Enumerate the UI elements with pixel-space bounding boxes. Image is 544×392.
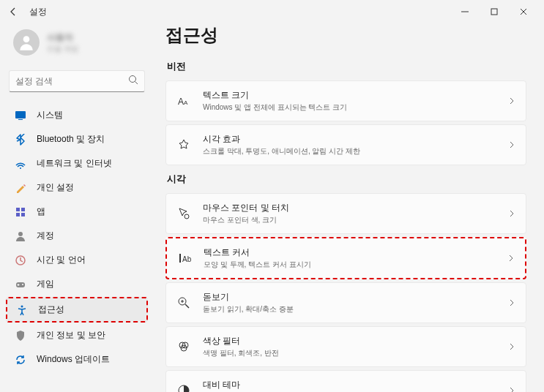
network-icon [15,158,26,170]
nav-item-privacy[interactable]: 개인 정보 및 보안 [6,324,148,347]
nav-label: 접근성 [38,304,64,316]
chevron-right-icon [508,296,515,309]
accounts-icon [15,230,26,242]
maximize-button[interactable] [480,1,509,22]
nav-label: 네트워크 및 인터넷 [37,157,112,170]
system-icon [15,110,26,121]
svg-point-3 [130,76,136,83]
nav-item-bluetooth[interactable]: Bluetooth 및 장치 [6,128,148,151]
svg-rect-5 [15,111,26,118]
time-icon [15,255,26,266]
nav-item-update[interactable]: Windows 업데이트 [6,348,148,371]
page-title: 접근성 [165,23,526,47]
svg-line-23 [185,304,189,308]
privacy-icon [15,330,26,342]
chevron-right-icon [508,138,515,151]
search-icon [128,75,138,88]
setting-title: 텍스트 크기 [203,89,508,102]
setting-title: 대비 테마 [203,379,508,391]
sidebar: 사용자 로컬 계정 시스템Bluetooth 및 장치네트워크 및 인터넷개인 … [0,23,154,392]
nav-item-accounts[interactable]: 계정 [6,225,148,247]
setting-sub: 마우스 포인터 색, 크기 [203,215,508,225]
gaming-icon [15,279,26,290]
nav-item-apps[interactable]: 앱 [6,200,148,223]
nav-label: 게임 [37,278,54,290]
nav-item-time[interactable]: 시간 및 언어 [6,249,148,271]
chevron-right-icon [508,384,515,392]
setting-colorfilter[interactable]: 색상 필터 색맹 필터, 회색조, 반전 [165,326,526,367]
chevron-right-icon [508,94,515,108]
magnifier-icon [176,295,191,310]
accessibility-icon [16,304,28,316]
main-content: 접근성 비전 AA 텍스트 크기 Windows 및 앱 전체에 표시되는 텍스… [154,23,544,392]
nav-item-personalization[interactable]: 개인 설정 [6,176,148,199]
svg-rect-11 [21,213,25,216]
nav-label: 시스템 [37,109,63,121]
svg-point-7 [20,167,21,169]
svg-line-4 [135,82,138,85]
nav-label: 앱 [37,206,45,218]
svg-rect-6 [18,119,23,120]
profile-name: 사용자 [47,31,78,44]
setting-title: 돋보기 [203,291,508,304]
setting-sub: 돋보기 읽기, 확대/축소 증분 [203,304,508,314]
avatar [13,29,40,56]
titlebar: 설정 [0,0,544,23]
profile[interactable]: 사용자 로컬 계정 [6,23,148,61]
setting-mouse[interactable]: 마우스 포인터 및 터치 마우스 포인터 색, 크기 [165,193,526,234]
nav-label: Bluetooth 및 장치 [37,133,105,146]
section-title: 시각 [167,173,526,186]
nav-label: 개인 정보 및 보안 [37,329,105,342]
nav-item-network[interactable]: 네트워크 및 인터넷 [6,152,148,175]
nav-label: 계정 [37,230,54,242]
setting-textsize[interactable]: AA 텍스트 크기 Windows 및 앱 전체에 표시되는 텍스트 크기 [165,80,526,121]
back-button[interactable] [6,4,21,19]
bluetooth-icon [15,134,26,146]
update-icon [15,354,26,366]
svg-rect-9 [21,208,25,211]
minimize-button[interactable] [450,1,480,22]
svg-rect-8 [16,208,20,211]
setting-sub: Windows 및 앱 전체에 표시되는 텍스트 크기 [203,102,508,113]
setting-magnifier[interactable]: 돋보기 돋보기 읽기, 확대/축소 증분 [165,282,526,323]
chevron-right-icon [508,207,515,220]
svg-point-12 [18,232,23,236]
profile-sub: 로컬 계정 [47,44,78,54]
setting-contrast[interactable]: 대비 테마 저시력, 빛 민감성을 위한 색 테마 [165,370,526,392]
setting-visualeffects[interactable]: 시각 효과 스크롤 막대, 투명도, 애니메이션, 알림 시간 제한 [165,124,526,165]
setting-title: 시각 효과 [203,133,508,146]
textcursor-icon: Ab [177,251,192,265]
section-title: 비전 [167,60,526,73]
nav-item-gaming[interactable]: 게임 [6,273,148,295]
colorfilter-icon [176,339,191,354]
chevron-right-icon [507,252,515,265]
nav: 시스템Bluetooth 및 장치네트워크 및 인터넷개인 설정앱계정시간 및 … [6,104,148,371]
textsize-icon: AA [176,94,191,108]
contrast-icon [176,383,191,392]
nav-label: 시간 및 언어 [37,254,86,266]
svg-text:A: A [178,97,184,107]
mouse-icon [176,206,191,221]
window-title: 설정 [29,6,47,18]
search-input[interactable] [15,76,128,86]
setting-title: 마우스 포인터 및 터치 [203,202,508,214]
chevron-right-icon [508,340,515,353]
apps-icon [15,206,26,218]
svg-point-15 [22,284,23,285]
setting-sub: 모양 및 두께, 텍스트 커서 표시기 [204,260,507,270]
svg-rect-10 [16,213,20,216]
nav-label: 개인 설정 [37,181,74,194]
visualeffects-icon [176,137,191,152]
setting-sub: 스크롤 막대, 투명도, 애니메이션, 알림 시간 제한 [203,146,508,157]
svg-rect-1 [491,9,497,15]
svg-text:A: A [184,99,188,106]
nav-label: Windows 업데이트 [37,353,110,366]
personalization-icon [15,182,26,194]
search-box[interactable] [9,70,145,92]
nav-item-system[interactable]: 시스템 [6,104,148,127]
setting-textcursor[interactable]: Ab 텍스트 커서 모양 및 두께, 텍스트 커서 표시기 [165,237,526,279]
nav-item-accessibility[interactable]: 접근성 [6,297,148,323]
setting-title: 색상 필터 [203,335,508,347]
svg-point-16 [21,305,23,307]
close-button[interactable] [509,1,538,22]
